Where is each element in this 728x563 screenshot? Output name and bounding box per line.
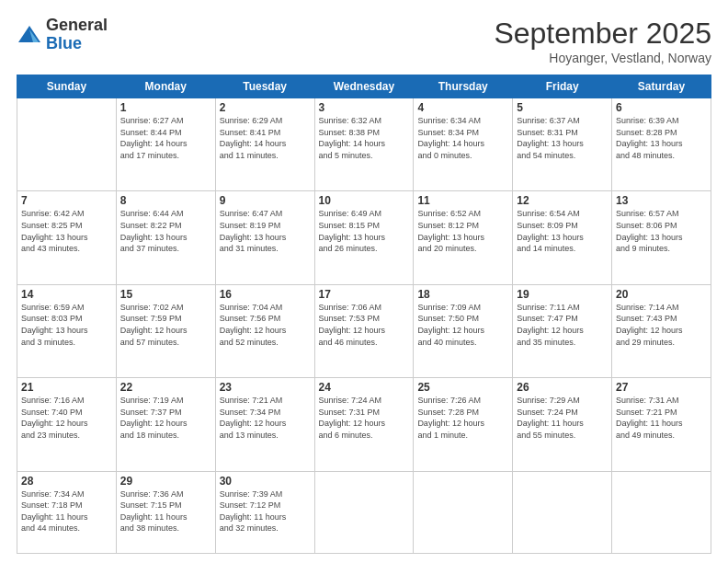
calendar-day-header: Saturday: [612, 75, 711, 98]
day-number: 13: [616, 194, 707, 207]
calendar-day-header: Tuesday: [215, 75, 314, 98]
day-number: 3: [319, 101, 410, 114]
calendar-cell: [314, 471, 414, 554]
calendar-day-header: Wednesday: [314, 75, 414, 98]
calendar-cell: 4Sunrise: 6:34 AM Sunset: 8:34 PM Daylig…: [414, 98, 513, 191]
calendar-cell: 25Sunrise: 7:26 AM Sunset: 7:28 PM Dayli…: [414, 378, 513, 471]
calendar-week-row: 14Sunrise: 6:59 AM Sunset: 8:03 PM Dayli…: [17, 284, 711, 377]
calendar-cell: 10Sunrise: 6:49 AM Sunset: 8:15 PM Dayli…: [314, 191, 414, 284]
calendar-cell: 1Sunrise: 6:27 AM Sunset: 8:44 PM Daylig…: [116, 98, 215, 191]
calendar-cell: 20Sunrise: 7:14 AM Sunset: 7:43 PM Dayli…: [612, 284, 711, 377]
calendar-cell: 14Sunrise: 6:59 AM Sunset: 8:03 PM Dayli…: [17, 284, 117, 377]
logo-blue-text: Blue: [46, 35, 108, 53]
month-title: September 2025: [494, 17, 711, 51]
day-number: 30: [220, 475, 311, 488]
calendar-cell: 3Sunrise: 6:32 AM Sunset: 8:38 PM Daylig…: [314, 98, 414, 191]
calendar-cell: 18Sunrise: 7:09 AM Sunset: 7:50 PM Dayli…: [414, 284, 513, 377]
day-info: Sunrise: 7:34 AM Sunset: 7:18 PM Dayligh…: [21, 488, 112, 534]
svg-marker-0: [18, 26, 40, 42]
calendar-cell: 11Sunrise: 6:52 AM Sunset: 8:12 PM Dayli…: [414, 191, 513, 284]
calendar-cell: 22Sunrise: 7:19 AM Sunset: 7:37 PM Dayli…: [116, 378, 215, 471]
calendar-cell: 24Sunrise: 7:24 AM Sunset: 7:31 PM Dayli…: [314, 378, 414, 471]
day-number: 22: [120, 381, 211, 394]
calendar-week-row: 7Sunrise: 6:42 AM Sunset: 8:25 PM Daylig…: [17, 191, 711, 284]
day-number: 11: [417, 194, 508, 207]
day-info: Sunrise: 7:19 AM Sunset: 7:37 PM Dayligh…: [120, 395, 211, 441]
day-info: Sunrise: 6:52 AM Sunset: 8:12 PM Dayligh…: [417, 208, 508, 254]
calendar-cell: 28Sunrise: 7:34 AM Sunset: 7:18 PM Dayli…: [17, 471, 117, 554]
calendar-cell: 21Sunrise: 7:16 AM Sunset: 7:40 PM Dayli…: [17, 378, 117, 471]
day-number: 12: [517, 194, 608, 207]
day-number: 10: [319, 194, 410, 207]
calendar-cell: 2Sunrise: 6:29 AM Sunset: 8:41 PM Daylig…: [215, 98, 314, 191]
day-number: 7: [21, 194, 112, 207]
day-info: Sunrise: 7:24 AM Sunset: 7:31 PM Dayligh…: [319, 395, 410, 441]
calendar-cell: 30Sunrise: 7:39 AM Sunset: 7:12 PM Dayli…: [215, 471, 314, 554]
calendar-day-header: Sunday: [17, 75, 117, 98]
day-info: Sunrise: 6:47 AM Sunset: 8:19 PM Dayligh…: [220, 208, 311, 254]
day-info: Sunrise: 6:37 AM Sunset: 8:31 PM Dayligh…: [517, 115, 608, 161]
day-number: 25: [417, 381, 508, 394]
day-info: Sunrise: 6:44 AM Sunset: 8:22 PM Dayligh…: [120, 208, 211, 254]
day-info: Sunrise: 7:21 AM Sunset: 7:34 PM Dayligh…: [220, 395, 311, 441]
day-info: Sunrise: 7:11 AM Sunset: 7:47 PM Dayligh…: [517, 302, 608, 348]
day-number: 15: [120, 288, 211, 301]
calendar-day-header: Monday: [116, 75, 215, 98]
day-number: 8: [120, 194, 211, 207]
day-info: Sunrise: 7:14 AM Sunset: 7:43 PM Dayligh…: [616, 302, 707, 348]
day-number: 4: [417, 101, 508, 114]
day-info: Sunrise: 7:04 AM Sunset: 7:56 PM Dayligh…: [220, 302, 311, 348]
calendar-cell: 17Sunrise: 7:06 AM Sunset: 7:53 PM Dayli…: [314, 284, 414, 377]
calendar-cell: 27Sunrise: 7:31 AM Sunset: 7:21 PM Dayli…: [612, 378, 711, 471]
day-info: Sunrise: 6:39 AM Sunset: 8:28 PM Dayligh…: [616, 115, 707, 161]
day-info: Sunrise: 7:06 AM Sunset: 7:53 PM Dayligh…: [319, 302, 410, 348]
day-info: Sunrise: 6:32 AM Sunset: 8:38 PM Dayligh…: [319, 115, 410, 161]
calendar-header-row: SundayMondayTuesdayWednesdayThursdayFrid…: [17, 75, 711, 98]
day-number: 6: [616, 101, 707, 114]
calendar-cell: [513, 471, 612, 554]
calendar-cell: 9Sunrise: 6:47 AM Sunset: 8:19 PM Daylig…: [215, 191, 314, 284]
day-number: 2: [220, 101, 311, 114]
day-info: Sunrise: 7:02 AM Sunset: 7:59 PM Dayligh…: [120, 302, 211, 348]
calendar-cell: 5Sunrise: 6:37 AM Sunset: 8:31 PM Daylig…: [513, 98, 612, 191]
calendar-cell: [414, 471, 513, 554]
calendar-cell: [612, 471, 711, 554]
calendar-week-row: 1Sunrise: 6:27 AM Sunset: 8:44 PM Daylig…: [17, 98, 711, 191]
day-info: Sunrise: 6:42 AM Sunset: 8:25 PM Dayligh…: [21, 208, 112, 254]
day-info: Sunrise: 7:36 AM Sunset: 7:15 PM Dayligh…: [120, 488, 211, 534]
page: General Blue September 2025 Hoyanger, Ve…: [0, 0, 728, 563]
day-number: 24: [319, 381, 410, 394]
day-number: 27: [616, 381, 707, 394]
location-subtitle: Hoyanger, Vestland, Norway: [494, 51, 711, 65]
day-info: Sunrise: 7:29 AM Sunset: 7:24 PM Dayligh…: [517, 395, 608, 441]
logo-text: General Blue: [46, 17, 108, 53]
calendar-cell: 16Sunrise: 7:04 AM Sunset: 7:56 PM Dayli…: [215, 284, 314, 377]
calendar-day-header: Friday: [513, 75, 612, 98]
day-number: 5: [517, 101, 608, 114]
logo-general-text: General: [46, 17, 108, 35]
calendar-cell: 29Sunrise: 7:36 AM Sunset: 7:15 PM Dayli…: [116, 471, 215, 554]
day-info: Sunrise: 6:27 AM Sunset: 8:44 PM Dayligh…: [120, 115, 211, 161]
calendar-day-header: Thursday: [414, 75, 513, 98]
day-info: Sunrise: 6:34 AM Sunset: 8:34 PM Dayligh…: [417, 115, 508, 161]
day-number: 28: [21, 475, 112, 488]
day-number: 29: [120, 475, 211, 488]
calendar-cell: [17, 98, 117, 191]
day-number: 23: [220, 381, 311, 394]
day-info: Sunrise: 6:49 AM Sunset: 8:15 PM Dayligh…: [319, 208, 410, 254]
calendar-cell: 6Sunrise: 6:39 AM Sunset: 8:28 PM Daylig…: [612, 98, 711, 191]
day-number: 9: [220, 194, 311, 207]
logo: General Blue: [17, 17, 108, 53]
day-number: 14: [21, 288, 112, 301]
day-number: 21: [21, 381, 112, 394]
day-number: 19: [517, 288, 608, 301]
day-number: 16: [220, 288, 311, 301]
calendar-cell: 15Sunrise: 7:02 AM Sunset: 7:59 PM Dayli…: [116, 284, 215, 377]
day-info: Sunrise: 7:16 AM Sunset: 7:40 PM Dayligh…: [21, 395, 112, 441]
title-block: September 2025 Hoyanger, Vestland, Norwa…: [494, 17, 711, 65]
calendar-week-row: 28Sunrise: 7:34 AM Sunset: 7:18 PM Dayli…: [17, 471, 711, 554]
day-info: Sunrise: 7:39 AM Sunset: 7:12 PM Dayligh…: [220, 488, 311, 534]
calendar-cell: 13Sunrise: 6:57 AM Sunset: 8:06 PM Dayli…: [612, 191, 711, 284]
calendar-cell: 19Sunrise: 7:11 AM Sunset: 7:47 PM Dayli…: [513, 284, 612, 377]
day-info: Sunrise: 7:09 AM Sunset: 7:50 PM Dayligh…: [417, 302, 508, 348]
